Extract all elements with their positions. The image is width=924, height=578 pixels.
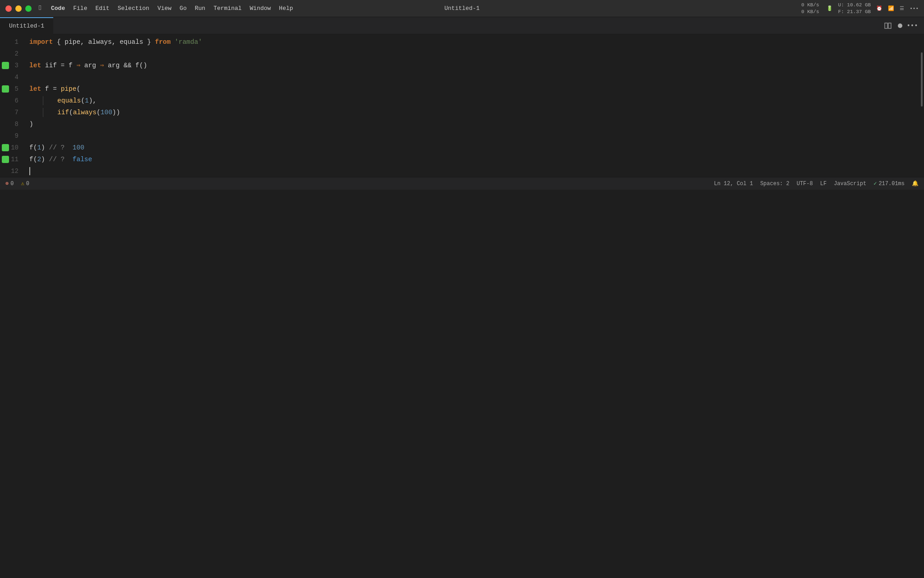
line-number-11: 11 — [0, 154, 25, 165]
scrollbar-track[interactable] — [918, 34, 924, 177]
svg-rect-0 — [885, 23, 887, 28]
status-right: Ln 12, Col 1 Spaces: 2 UTF-8 LF JavaScri… — [714, 180, 919, 187]
window-title: Untitled-1 — [444, 5, 480, 12]
result-false: false — [73, 154, 92, 165]
menu-view[interactable]: View — [157, 5, 171, 12]
keyword-import: import — [29, 36, 53, 48]
breakpoint-5[interactable] — [2, 85, 9, 93]
battery-icon: 🔋 — [827, 5, 833, 11]
warning-icon: ⚠ — [21, 180, 24, 187]
editor-main: 1 2 3 4 5 6 7 8 9 10 11 12 import { pipe — [0, 34, 924, 177]
menu-bar:  Code File Edit Selection View Go Run T… — [39, 5, 293, 12]
comment-11: // ? — [49, 154, 65, 165]
mem-free: F: 21.37 GB — [838, 9, 871, 15]
code-line-4 — [29, 71, 918, 83]
code-line-10: f( 1 ) // ? 100 — [29, 142, 918, 154]
code-editor[interactable]: import { pipe, always, equals } from 'ra… — [25, 34, 918, 177]
warning-number: 0 — [26, 181, 29, 187]
editor-header-right: ••• — [883, 21, 917, 30]
breakpoint-3[interactable] — [2, 62, 9, 69]
menu-extras-icon: ☰ — [900, 5, 904, 11]
menu-help[interactable]: Help — [279, 5, 293, 12]
position-text: Ln 12, Col 1 — [714, 181, 753, 187]
warning-count[interactable]: ⚠ 0 — [21, 180, 29, 187]
result-100: 100 — [73, 142, 84, 154]
code-line-2 — [29, 48, 918, 60]
more-actions-button[interactable]: ••• — [908, 21, 917, 30]
menu-edit[interactable]: Edit — [95, 5, 109, 12]
line-numbers-gutter: 1 2 3 4 5 6 7 8 9 10 11 12 — [0, 34, 25, 177]
menu-terminal[interactable]: Terminal — [213, 5, 241, 12]
num-1: 1 — [85, 95, 89, 107]
notifications-button[interactable]: 🔔 — [912, 180, 919, 187]
code-line-7: iif ( always ( 100 )) — [29, 107, 918, 118]
fn-always: always — [73, 107, 97, 118]
menu-file[interactable]: File — [73, 5, 87, 12]
string-ramda: 'ramda' — [175, 36, 202, 48]
code-line-1: import { pipe, always, equals } from 'ra… — [29, 36, 918, 48]
wifi-icon: 📶 — [888, 5, 894, 11]
breakpoint-10[interactable] — [2, 144, 9, 151]
eol-text: LF — [820, 181, 827, 187]
keyword-from: from — [155, 36, 171, 48]
time-machine-icon: ⏰ — [876, 5, 882, 11]
code-line-12 — [29, 165, 918, 177]
minimize-button[interactable] — [15, 5, 22, 12]
split-editor-button[interactable] — [883, 21, 892, 30]
line-number-1: 1 — [0, 36, 25, 48]
error-icon: ⊗ — [5, 180, 9, 187]
menu-code[interactable]: Code — [51, 5, 65, 12]
indent-guide-7 — [43, 108, 43, 117]
traffic-lights — [5, 5, 32, 12]
indentation[interactable]: Spaces: 2 — [760, 181, 790, 187]
code-line-9 — [29, 130, 918, 142]
menu-go[interactable]: Go — [180, 5, 187, 12]
active-tab[interactable]: Untitled-1 — [0, 17, 53, 34]
keyword-let-3: let — [29, 60, 41, 71]
error-count[interactable]: ⊗ 0 — [5, 180, 14, 187]
apple-menu[interactable]:  — [39, 5, 43, 12]
line-number-10: 10 — [0, 142, 25, 154]
line-number-5: 5 — [0, 83, 25, 95]
timing-text: 217.01ms — [878, 181, 905, 187]
fn-pipe: pipe — [61, 83, 77, 95]
line-number-9: 9 — [0, 130, 25, 142]
net-download: 0 KB/s — [801, 9, 819, 15]
tab-label: Untitled-1 — [9, 23, 44, 29]
titlebar:  Code File Edit Selection View Go Run T… — [0, 0, 924, 17]
menu-selection[interactable]: Selection — [118, 5, 149, 12]
language-mode[interactable]: JavaScript — [834, 181, 866, 187]
encoding[interactable]: UTF-8 — [797, 181, 813, 187]
line-number-8: 8 — [0, 118, 25, 130]
net-upload: 0 KB/s — [801, 2, 819, 8]
breakpoint-11[interactable] — [2, 156, 9, 163]
eol[interactable]: LF — [820, 181, 827, 187]
cursor-position[interactable]: Ln 12, Col 1 — [714, 181, 753, 187]
line-number-4: 4 — [0, 71, 25, 83]
keyword-let-5: let — [29, 83, 41, 95]
line-number-3: 3 — [0, 60, 25, 71]
mem-used: U: 10.62 GB — [838, 2, 871, 8]
line-number-6: 6 — [0, 95, 25, 107]
line-number-12: 12 — [0, 165, 25, 177]
arrow-2: ⇒ — [100, 60, 104, 71]
maximize-button[interactable] — [25, 5, 32, 12]
bell-icon: 🔔 — [912, 180, 919, 187]
text-cursor — [29, 167, 30, 175]
editor-header: Untitled-1 ••• — [0, 17, 924, 34]
timing: ✓ 217.01ms — [873, 180, 905, 187]
comment-10: // ? — [49, 142, 65, 154]
code-line-3: let iif = f ⇒ arg ⇒ arg && f() — [29, 60, 918, 71]
num-2-11: 2 — [37, 154, 41, 165]
line-number-2: 2 — [0, 48, 25, 60]
unsaved-indicator — [898, 23, 902, 28]
scrollbar-thumb[interactable] — [921, 52, 923, 107]
menu-window[interactable]: Window — [250, 5, 271, 12]
num-1-10: 1 — [37, 142, 41, 154]
sys-icons: 🔋 U: 10.62 GB F: 21.37 GB ⏰ 📶 ☰ ••• — [827, 2, 919, 15]
status-left: ⊗ 0 ⚠ 0 — [5, 180, 29, 187]
menu-run[interactable]: Run — [195, 5, 205, 12]
check-icon: ✓ — [873, 180, 877, 187]
titlebar-left:  Code File Edit Selection View Go Run T… — [5, 5, 293, 12]
close-button[interactable] — [5, 5, 12, 12]
